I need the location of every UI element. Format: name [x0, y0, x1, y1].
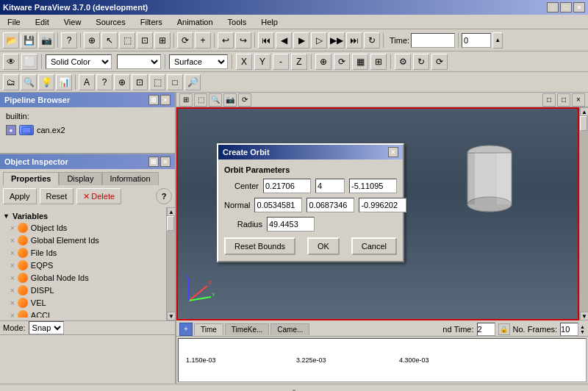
inspector-scrollbar[interactable]: ▲ ▼: [166, 207, 175, 320]
tab-properties[interactable]: Properties: [3, 172, 59, 185]
select-cells-button[interactable]: ⬚: [119, 32, 135, 49]
create-orbit-dialog[interactable]: Create Orbit × Orbit Parameters Center N…: [217, 143, 404, 262]
var-item-4[interactable]: × Global Node Ids: [9, 272, 163, 284]
orient-z-button[interactable]: Z: [291, 54, 307, 70]
loop-button[interactable]: ↻: [364, 32, 380, 49]
time-spin-down[interactable]: ▼: [580, 329, 585, 334]
lock-icon[interactable]: 🔒: [498, 323, 510, 335]
axes-button[interactable]: ⊕: [315, 54, 331, 70]
var-item-5[interactable]: × DISPL: [9, 284, 163, 296]
stats-button[interactable]: 📊: [56, 74, 72, 90]
last-frame-button[interactable]: ⏭: [346, 32, 362, 49]
close-button[interactable]: ×: [573, 2, 585, 12]
query-button[interactable]: ?: [96, 74, 112, 90]
vp-icon-1[interactable]: ⊞: [179, 93, 193, 107]
prev-frame-button[interactable]: ◀: [276, 32, 292, 49]
first-frame-button[interactable]: ⏮: [258, 32, 274, 49]
var-item-2[interactable]: × File Ids: [9, 247, 163, 259]
inspector-close-button[interactable]: ×: [160, 157, 171, 167]
minimize-button[interactable]: _: [547, 2, 559, 12]
orient-widget-button[interactable]: ⟳: [334, 54, 350, 70]
tab-time[interactable]: Time: [194, 323, 223, 335]
title-bar-buttons[interactable]: _ □ ×: [547, 2, 585, 12]
menu-edit[interactable]: Edit: [31, 16, 54, 28]
play-button[interactable]: ▶: [293, 32, 309, 49]
mode-select[interactable]: Snap: [29, 321, 64, 334]
ok-button[interactable]: OK: [307, 237, 340, 255]
vp-scroll-thumb[interactable]: [580, 116, 587, 131]
select-through-button[interactable]: ⊞: [154, 32, 171, 49]
play-mode-button[interactable]: ▷: [311, 32, 327, 49]
pick-button[interactable]: ⊕: [114, 74, 130, 90]
normal-x-input[interactable]: [254, 198, 302, 212]
end-time-input[interactable]: [477, 323, 495, 336]
apply-button[interactable]: Apply: [3, 188, 37, 204]
viewport-scrollbar[interactable]: ▲ ▼: [579, 107, 588, 320]
memory-button[interactable]: 💡: [38, 74, 54, 90]
inspector-float-button[interactable]: ⊞: [148, 157, 159, 167]
select-block-button[interactable]: □: [167, 74, 183, 90]
scroll-thumb[interactable]: [167, 216, 174, 231]
interact-button[interactable]: ↖: [101, 32, 118, 49]
radius-input[interactable]: [267, 217, 315, 232]
inspector-button[interactable]: 🔍: [21, 74, 37, 90]
settings-button[interactable]: ⚙: [395, 54, 411, 70]
scroll-down-button[interactable]: ▼: [167, 312, 175, 320]
help-button[interactable]: ?: [156, 188, 172, 204]
cancel-button[interactable]: Cancel: [351, 237, 397, 255]
vp-min-button[interactable]: □: [542, 93, 556, 107]
pipeline-can-item[interactable]: ● can.ex2: [3, 123, 172, 137]
menu-view[interactable]: View: [60, 16, 86, 28]
surface-select[interactable]: Surface: [169, 54, 228, 69]
select-button[interactable]: ⊕: [84, 32, 100, 49]
save-button[interactable]: 💾: [21, 32, 37, 49]
tab-information[interactable]: Information: [102, 172, 159, 185]
tab-camera[interactable]: Came...: [270, 323, 309, 335]
normal-z-input[interactable]: [359, 198, 406, 212]
tab-display[interactable]: Display: [59, 172, 101, 185]
no-frames-input[interactable]: [560, 323, 578, 336]
timeline-ruler[interactable]: 1.150e-03 3.225e-03 4.300e-03: [178, 338, 587, 382]
color-select[interactable]: Solid Color: [46, 54, 112, 69]
open-button[interactable]: 📂: [3, 32, 19, 49]
save-screenshot-button[interactable]: 📷: [38, 32, 54, 49]
vp-close-button[interactable]: ×: [572, 93, 585, 107]
scroll-track[interactable]: [167, 216, 175, 312]
undo-button[interactable]: ↩: [218, 32, 234, 49]
vp-scroll-down[interactable]: ▼: [580, 312, 588, 320]
annotation-button[interactable]: A: [79, 74, 95, 90]
time-spinners[interactable]: ▲ ▼: [580, 324, 585, 334]
menu-file[interactable]: File: [3, 16, 25, 28]
edit-colors-button[interactable]: ⊞: [370, 54, 387, 70]
camera-reset-button2[interactable]: ⟳: [431, 54, 448, 70]
center-x-input[interactable]: [263, 179, 311, 193]
delete-button[interactable]: ✕ Delete: [76, 188, 121, 204]
var-item-1[interactable]: × Global Element Ids: [9, 234, 163, 246]
pipeline-float-button[interactable]: ⊞: [148, 95, 159, 105]
select-points-button[interactable]: ⊡: [137, 32, 153, 49]
dialog-close-button[interactable]: ×: [388, 147, 398, 157]
menu-help[interactable]: Help: [257, 16, 282, 28]
var-item-0[interactable]: × Object Ids: [9, 222, 163, 234]
menu-sources[interactable]: Sources: [91, 16, 129, 28]
maximize-button[interactable]: □: [560, 2, 572, 12]
next-frame-button[interactable]: ▶▶: [329, 32, 345, 49]
vp-icon-5[interactable]: ⟳: [238, 93, 251, 107]
vp-max-button[interactable]: □: [557, 93, 570, 107]
reset-camera-button[interactable]: ⟳: [177, 32, 193, 49]
var-item-7[interactable]: × ACCL: [9, 309, 163, 318]
reset-button[interactable]: Reset: [40, 188, 74, 204]
eye-button[interactable]: 👁: [3, 54, 19, 70]
representation-select[interactable]: [117, 54, 161, 69]
reset-bounds-button[interactable]: Reset Bounds: [224, 237, 295, 255]
color-bar-button[interactable]: ▦: [352, 54, 368, 70]
camera-plus-button[interactable]: +: [195, 32, 211, 49]
var-item-3[interactable]: × EQPS: [9, 259, 163, 271]
refresh-button[interactable]: ↻: [413, 54, 429, 70]
normal-y-input[interactable]: [306, 198, 354, 212]
var-item-6[interactable]: × VEL: [9, 297, 163, 309]
pipeline-header-buttons[interactable]: ⊞ ×: [148, 95, 171, 105]
vp-scroll-up[interactable]: ▲: [580, 107, 588, 116]
tab-timekeystep[interactable]: TimeKe...: [225, 323, 269, 335]
add-camera-track-button[interactable]: +: [179, 323, 193, 336]
